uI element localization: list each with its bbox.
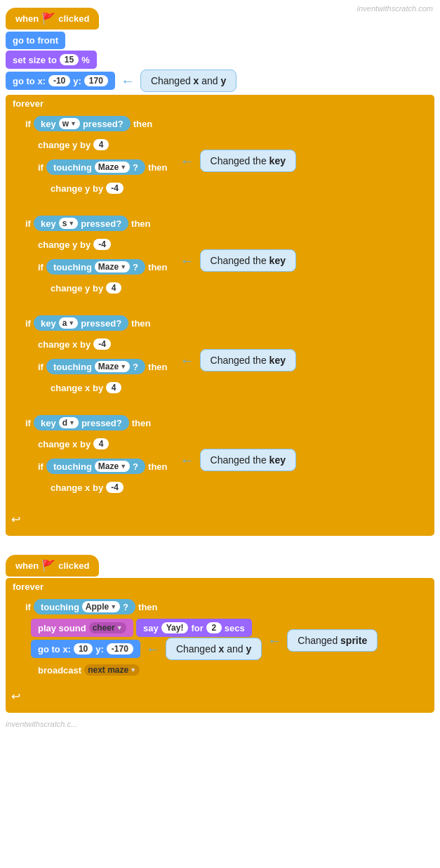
section-1: when 🚩 clicked go to front set size to 1… xyxy=(6,7,434,536)
section-2: when 🚩 clicked forever if touching xyxy=(6,554,434,713)
annotation-changed-key-a: Changed the key xyxy=(200,349,296,371)
go-to-xy-block-1: go to x: -10 y: 170 xyxy=(6,72,115,90)
forever-end-arrow-2: ↩ xyxy=(11,690,20,703)
annotation-changed-key-d: Changed the key xyxy=(200,449,296,471)
if-touching-apple-block: if touching Apple ▼ ? then play soun xyxy=(18,596,262,685)
if-d-block: if key d ▼ pressed? then change x by xyxy=(18,412,175,508)
if-touching-apple-section: if touching Apple ▼ ? then play soun xyxy=(18,596,434,685)
if-touching-maze-3: if touching Maze ▼ ? then xyxy=(31,355,175,402)
if-d-body: change x by 4 if touching Maze ▼ ? xyxy=(31,434,175,501)
if-s-block: if key s ▼ pressed? then change y by xyxy=(18,212,175,309)
touching-maze-sensing-4: touching Maze ▼ ? xyxy=(46,459,145,474)
if-touching-maze-3-body: change x by 4 xyxy=(44,378,175,397)
if-a-body: change x by -4 if touching Maze ▼ ? xyxy=(31,334,175,402)
if-w-section: if key w ▼ pressed? then change y by xyxy=(18,112,434,209)
play-sound-block: play sound cheer ▼ xyxy=(31,619,133,637)
annotation-changed-xy-2: Changed x and y xyxy=(166,638,262,660)
key-d-sensing: key d ▼ pressed? xyxy=(34,415,129,430)
go-to-front-block: go to front xyxy=(6,32,65,49)
when-flag-clicked-block-2: when 🚩 clicked xyxy=(6,555,99,577)
if-touching-maze-1-body: change y by -4 xyxy=(44,178,175,198)
if-touching-maze-4: if touching Maze ▼ ? then xyxy=(31,455,175,501)
arrow-w: ← xyxy=(180,153,194,169)
annotation-changed-key-w: Changed the key xyxy=(200,150,296,172)
section-divider xyxy=(6,543,434,554)
set-size-block: set size to 15 % xyxy=(6,51,97,69)
forever-block-2: forever if touching Apple ▼ ? then xyxy=(6,578,434,713)
arrow-apple: ← xyxy=(267,633,281,649)
arrow-xy-2: ← xyxy=(146,641,160,657)
arrow-s: ← xyxy=(180,253,194,269)
arrow-a: ← xyxy=(180,353,194,369)
when-flag-clicked-block: when 🚩 clicked xyxy=(6,8,99,29)
if-touching-maze-1: if touching Maze ▼ ? then xyxy=(31,156,175,202)
if-s-body: change y by -4 if touching Maze ▼ ? xyxy=(31,235,175,302)
annotation-changed-key-s: Changed the key xyxy=(200,249,296,272)
annotation-changed-sprite: Changed sprite xyxy=(287,629,378,652)
key-w-sensing: key w ▼ pressed? xyxy=(34,116,131,131)
if-s-section: if key s ▼ pressed? then change y by xyxy=(18,212,434,309)
broadcast-block: broadcast next maze ▼ xyxy=(31,661,147,679)
change-y-by-neg4-block-s: change y by -4 xyxy=(31,235,118,254)
say-block: say Yay! for 2 secs xyxy=(136,619,252,637)
arrow-1: ← xyxy=(121,73,135,89)
change-x-by-neg4-block-a: change x by -4 xyxy=(31,335,118,353)
go-to-xy-block-2: go to x: 10 y: -170 xyxy=(31,640,140,658)
arrow-d: ← xyxy=(180,452,194,468)
flag-icon: 🚩 xyxy=(41,12,55,25)
touching-maze-sensing-2: touching Maze ▼ ? xyxy=(46,259,145,275)
if-touching-maze-2: if touching Maze ▼ ? then xyxy=(31,256,175,302)
watermark: inventwithscratch.com xyxy=(357,4,433,13)
if-touching-maze-2-body: change y by 4 xyxy=(44,278,175,298)
if-a-block: if key a ▼ pressed? then change x by xyxy=(18,312,175,409)
if-touching-maze-4-body: change x by -4 xyxy=(44,478,175,497)
forever-block-1: forever if key w ▼ pressed? then xyxy=(6,95,434,536)
change-x-by-4-block-d: change x by 4 xyxy=(31,435,116,453)
key-s-sensing: key s ▼ pressed? xyxy=(34,216,128,231)
annotation-changed-xy-1: Changed x and y xyxy=(140,70,236,92)
if-apple-body: play sound cheer ▼ say Yay! for 2 secs xyxy=(31,618,262,680)
change-y-by-neg4-block-1: change y by -4 xyxy=(44,179,131,197)
key-a-sensing: key a ▼ pressed? xyxy=(34,315,128,331)
touching-apple-sensing: touching Apple ▼ ? xyxy=(34,599,135,614)
watermark-bottom: inventwithscratch.c... xyxy=(6,720,434,728)
change-y-by-4-block-s: change y by 4 xyxy=(44,279,128,297)
touching-maze-sensing-3: touching Maze ▼ ? xyxy=(46,359,145,374)
if-w-block: if key w ▼ pressed? then change y by xyxy=(18,112,175,209)
if-d-section: if key d ▼ pressed? then change x by xyxy=(18,412,434,508)
change-x-by-neg4-block-d: change x by -4 xyxy=(44,478,131,497)
touching-maze-sensing-1: touching Maze ▼ ? xyxy=(46,159,145,175)
change-y-by-4-block: change y by 4 xyxy=(31,136,116,154)
if-a-section: if key a ▼ pressed? then change x by xyxy=(18,312,434,409)
forever-end-arrow: ↩ xyxy=(11,513,20,526)
change-x-by-4-block-a: change x by 4 xyxy=(44,379,128,397)
flag-icon-2: 🚩 xyxy=(41,559,55,572)
if-w-body: change y by 4 if touching Maze ▼ xyxy=(31,135,175,202)
